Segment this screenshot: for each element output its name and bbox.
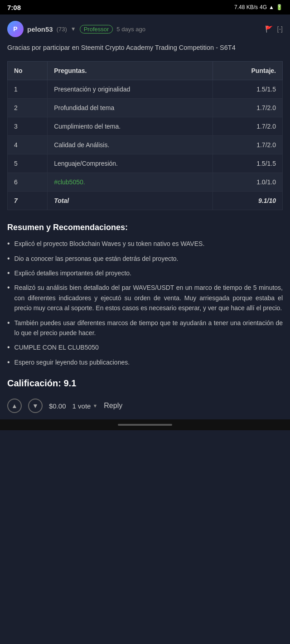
avatar: P xyxy=(7,21,24,37)
col-preguntas: Preguntas. xyxy=(48,62,213,80)
table-cell-puntaje: 9.1/10 xyxy=(213,192,282,210)
list-item: CUMPLE CON EL CLUB5050 xyxy=(7,342,283,352)
table-cell-pregunta: Cumplimiento del tema. xyxy=(48,117,213,136)
table-cell-no: 2 xyxy=(8,99,48,117)
table-cell-no: 7 xyxy=(8,192,48,210)
table-row: 7Total9.1/10 xyxy=(8,192,283,210)
vote-count: 1 vote ▼ xyxy=(72,402,98,410)
vote-footer: ▲ ▼ $0.00 1 vote ▼ Reply xyxy=(7,397,283,413)
intro-text: Gracias por participar en Steemit Crypto… xyxy=(7,43,283,53)
table-cell-puntaje: 1.5/1.5 xyxy=(213,80,282,99)
battery-icon: 🔋 xyxy=(276,4,283,10)
summary-title: Resumen y Recomendaciones: xyxy=(7,223,283,232)
summary-section: Resumen y Recomendaciones: Explicó el pr… xyxy=(7,223,283,367)
table-row: 2Profundidad del tema1.7/2.0 xyxy=(8,99,283,117)
table-cell-no: 5 xyxy=(8,154,48,173)
bottom-bar xyxy=(0,419,290,430)
table-cell-puntaje: 1.7/2.0 xyxy=(213,136,282,154)
username[interactable]: pelon53 xyxy=(27,25,53,33)
vote-amount: $0.00 xyxy=(49,402,66,410)
table-row: 1Presentación y originalidad1.5/1.5 xyxy=(8,80,283,99)
list-item: También puedes usar diferentes marcos de… xyxy=(7,318,283,338)
list-item: Dio a conocer las personas que están det… xyxy=(7,254,283,264)
table-cell-no: 4 xyxy=(8,136,48,154)
status-time: 7:08 xyxy=(7,4,21,11)
downvote-icon: ▼ xyxy=(32,402,39,409)
flag-icon[interactable]: 🚩 xyxy=(265,25,273,33)
bullet-list: Explicó el proyecto Blockchain Waves y s… xyxy=(7,239,283,367)
col-no: No xyxy=(8,62,48,80)
list-item: Explicó detalles importantes del proyect… xyxy=(7,268,283,278)
table-cell-pregunta: Profundidad del tema xyxy=(48,99,213,117)
table-cell-puntaje: 1.5/1.5 xyxy=(213,154,282,173)
professor-badge: Professor xyxy=(80,25,113,34)
signal-icon: ▲ xyxy=(269,4,274,10)
table-cell-no: 6 xyxy=(8,173,48,192)
reply-button[interactable]: Reply xyxy=(104,402,122,410)
post-content: P pelon53 (73) ▼ Professor 5 days ago 🚩 … xyxy=(0,14,290,419)
upvote-button[interactable]: ▲ xyxy=(7,399,22,413)
downvote-button[interactable]: ▼ xyxy=(28,399,43,413)
table-cell-no: 1 xyxy=(8,80,48,99)
status-bar: 7:08 7.48 KB/s 4G ▲ 🔋 xyxy=(0,0,290,14)
table-cell-pregunta: Total xyxy=(48,192,213,210)
table-cell-pregunta: Presentación y originalidad xyxy=(48,80,213,99)
table-cell-puntaje: 1.7/2.0 xyxy=(213,99,282,117)
table-cell-pregunta: #club5050. xyxy=(48,173,213,192)
list-item: Explicó el proyecto Blockchain Waves y s… xyxy=(7,239,283,249)
table-row: 6#club5050.1.0/1.0 xyxy=(8,173,283,192)
vote-dropdown-icon[interactable]: ▼ xyxy=(92,403,97,409)
upvote-icon: ▲ xyxy=(11,402,18,409)
network-type: 4G xyxy=(260,4,267,10)
post-header: P pelon53 (73) ▼ Professor 5 days ago 🚩 … xyxy=(7,21,283,37)
table-cell-no: 3 xyxy=(8,117,48,136)
vote-count-label[interactable]: 1 vote xyxy=(72,402,91,410)
col-puntaje: Puntaje. xyxy=(213,62,282,80)
list-item: Realizó su análisis bien detallado del p… xyxy=(7,283,283,313)
collapse-button[interactable]: [-] xyxy=(277,25,283,33)
reputation: (73) xyxy=(57,26,67,33)
table-row: 5Lenguaje/Compresión.1.5/1.5 xyxy=(8,154,283,173)
status-right: 7.48 KB/s 4G ▲ 🔋 xyxy=(234,4,283,10)
timestamp: 5 days ago xyxy=(116,26,145,33)
network-speed: 7.48 KB/s xyxy=(234,4,258,10)
club-link[interactable]: #club5050. xyxy=(54,178,85,186)
avatar-initials: P xyxy=(13,25,17,33)
table-header-row: No Preguntas. Puntaje. xyxy=(8,62,283,80)
table-cell-puntaje: 1.0/1.0 xyxy=(213,173,282,192)
home-indicator xyxy=(118,424,172,426)
table-row: 3Cumplimiento del tema.1.7/2.0 xyxy=(8,117,283,136)
dropdown-arrow-icon[interactable]: ▼ xyxy=(71,26,76,32)
calificacion: Calificación: 9.1 xyxy=(7,378,283,389)
list-item: Espero seguir leyendo tus publicaciones. xyxy=(7,357,283,367)
table-cell-puntaje: 1.7/2.0 xyxy=(213,117,282,136)
grade-table: No Preguntas. Puntaje. 1Presentación y o… xyxy=(7,61,283,210)
table-cell-pregunta: Calidad de Análisis. xyxy=(48,136,213,154)
table-cell-pregunta: Lenguaje/Compresión. xyxy=(48,154,213,173)
header-actions: 🚩 [-] xyxy=(265,25,283,33)
table-row: 4Calidad de Análisis.1.7/2.0 xyxy=(8,136,283,154)
